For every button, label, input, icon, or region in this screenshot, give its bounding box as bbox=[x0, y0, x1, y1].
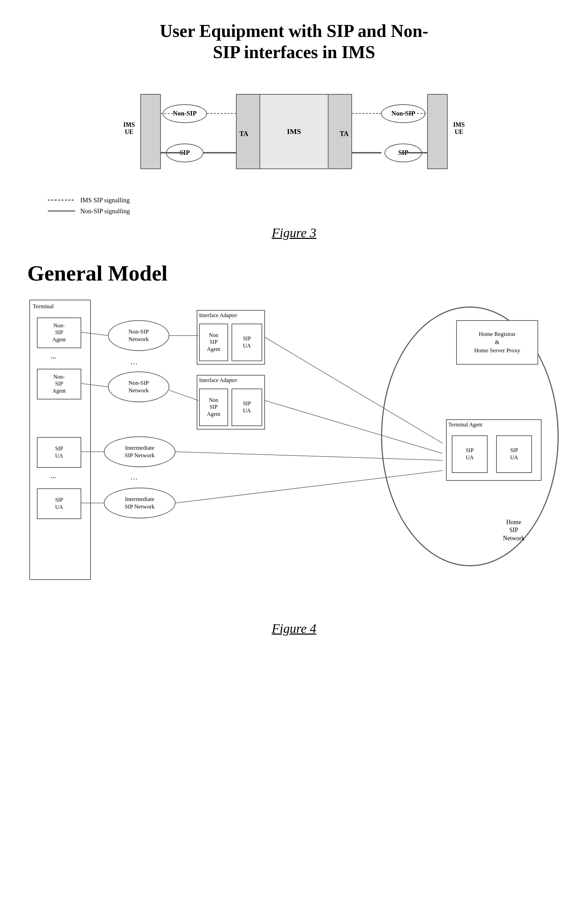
home-registrar-box: Home Registrar&Home Server Proxy bbox=[456, 320, 538, 364]
oval-sip-left: SIP bbox=[166, 144, 204, 162]
terminal-label: Terminal bbox=[33, 303, 53, 310]
fig3-title: User Equipment with SIP and Non- SIP int… bbox=[27, 21, 561, 63]
fig4-title: General Model bbox=[27, 261, 561, 286]
legend-sip-item: IMS SIP signalling bbox=[48, 196, 561, 204]
intermediate-sip-ellipse-2: IntermediateSIP Network bbox=[104, 487, 176, 518]
ta-label-right: TA bbox=[340, 130, 349, 138]
terminal-box: Terminal Non-SIPAgent … Non-SIPAgent SIP… bbox=[29, 300, 91, 580]
fig4-label: Figure 4 bbox=[27, 621, 561, 636]
nonsip-network-ellipse-1: Non-SIPNetwork bbox=[108, 320, 170, 351]
svg-line-13 bbox=[170, 390, 199, 400]
fig3-inner: IMSUE IMSUE IMS TA TA Non-SIP SIP Non-SI… bbox=[141, 77, 447, 186]
nonsip-network-ellipse-2: Non-SIPNetwork bbox=[108, 371, 170, 402]
oval-nonsip-right: Non-SIP bbox=[381, 104, 425, 123]
ta-sip-ua-2: SIPUA bbox=[496, 436, 532, 473]
sip-ua-2: SIPUA bbox=[37, 488, 81, 519]
network-dots-1: … bbox=[130, 357, 137, 367]
fig3-label: Figure 3 bbox=[27, 225, 561, 240]
oval-sip-right: SIP bbox=[384, 144, 422, 162]
nonsip-agent-2: Non-SIPAgent bbox=[37, 369, 81, 400]
fig4-section: General Model Terminal Non-SIPAgent … No… bbox=[27, 261, 561, 636]
ia-label-1: Interface Adapter bbox=[199, 313, 237, 319]
ims-ue-box-right bbox=[427, 94, 447, 169]
terminal-agent-box: Terminal Agent SIPUA SIPUA bbox=[446, 419, 541, 481]
ia-sip-ua-1: SIPUA bbox=[231, 324, 262, 361]
home-sip-network-label: HomeSIPNetwork bbox=[503, 518, 525, 542]
ims-ue-label-right: IMSUE bbox=[453, 121, 465, 136]
ia-box-2: Interface Adapter NonSIPAgent SIPUA bbox=[197, 375, 265, 429]
ta-sip-ua-1: SIPUA bbox=[452, 436, 488, 473]
legend-nonsip-text: Non-SIP signalling bbox=[80, 207, 130, 215]
fig4-diagram: Terminal Non-SIPAgent … Non-SIPAgent SIP… bbox=[29, 300, 559, 607]
legend-nonsip-line bbox=[48, 210, 75, 212]
ims-ue-box-left bbox=[141, 94, 161, 169]
ia-nonsip-agent-1: NonSIPAgent bbox=[199, 324, 228, 361]
network-dots-2: … bbox=[130, 472, 137, 482]
legend-sip-line bbox=[48, 199, 75, 201]
ia-box-1: Interface Adapter NonSIPAgent SIPUA bbox=[197, 310, 265, 364]
ims-label: IMS bbox=[287, 127, 301, 136]
legend-nonsip-item: Non-SIP signalling bbox=[48, 207, 561, 215]
ia-label-2: Interface Adapter bbox=[199, 377, 237, 384]
fig3-section: User Equipment with SIP and Non- SIP int… bbox=[27, 21, 561, 240]
ia-sip-ua-2: SIPUA bbox=[231, 389, 262, 426]
ia-nonsip-agent-2: NonSIPAgent bbox=[199, 389, 228, 426]
dots-1: … bbox=[50, 353, 56, 361]
dots-2: … bbox=[50, 473, 56, 480]
fig3-legend: IMS SIP signalling Non-SIP signalling bbox=[48, 196, 561, 215]
ta-label-left: TA bbox=[239, 130, 248, 138]
legend-sip-text: IMS SIP signalling bbox=[80, 196, 130, 204]
nonsip-agent-1: Non-SIPAgent bbox=[37, 317, 81, 348]
sip-ua-1: SIPUA bbox=[37, 437, 81, 468]
fig3-diagram: IMSUE IMSUE IMS TA TA Non-SIP SIP Non-SI… bbox=[27, 77, 561, 186]
intermediate-sip-ellipse-1: IntermediateSIP Network bbox=[104, 436, 176, 467]
ims-ue-label-left: IMSUE bbox=[123, 121, 135, 136]
oval-nonsip-left: Non-SIP bbox=[163, 104, 207, 123]
ims-center-block: IMS bbox=[236, 94, 352, 169]
ims-center-inner: IMS bbox=[260, 95, 328, 168]
terminal-agent-label: Terminal Agent bbox=[448, 422, 483, 428]
